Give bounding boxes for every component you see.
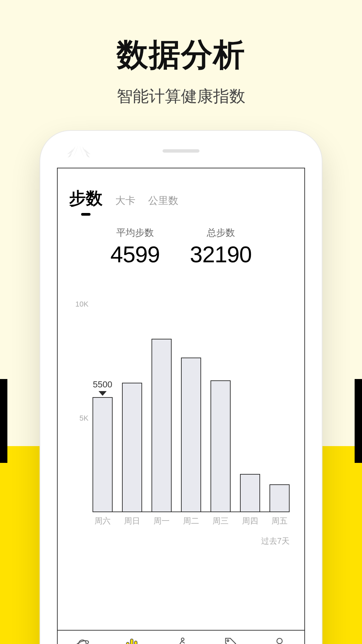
x-tick: 周六 xyxy=(93,516,113,532)
chart-range-label: 过去7天 xyxy=(69,536,293,546)
x-axis: 周六周日周一周二周三周四周五 xyxy=(93,516,290,532)
stat-total: 总步数 32190 xyxy=(190,226,252,267)
svg-rect-2 xyxy=(126,642,129,644)
person-icon xyxy=(272,636,287,644)
phone-speaker xyxy=(163,149,199,153)
huawei-logo-icon xyxy=(67,145,90,162)
nav-goal[interactable]: 目标 xyxy=(223,636,238,644)
nav-discover[interactable]: 发现 xyxy=(75,636,90,644)
phone-screen: 步数大卡公里数 平均步数 4599 总步数 32190 10K 5K 5500 … xyxy=(57,168,305,644)
bar-周六[interactable]: 5500 xyxy=(93,397,113,512)
x-tick: 周三 xyxy=(210,516,231,532)
bottom-nav: 发现分析运动目标我的 xyxy=(58,630,304,644)
page-title: 数据分析 xyxy=(0,34,362,76)
bar xyxy=(181,358,201,512)
tab-distance[interactable]: 公里数 xyxy=(148,194,178,208)
bar xyxy=(210,380,231,512)
y-tick-5k: 5K xyxy=(79,414,88,423)
bar xyxy=(152,339,172,512)
main-content: 步数大卡公里数 平均步数 4599 总步数 32190 10K 5K 5500 … xyxy=(58,168,304,630)
svg-point-5 xyxy=(181,638,184,641)
bar-周三[interactable] xyxy=(210,380,231,512)
nav-analysis[interactable]: 分析 xyxy=(124,636,139,644)
svg-point-7 xyxy=(277,638,282,644)
steps-bar-chart: 10K 5K 5500 周六周日周一周二周三周四周五 xyxy=(69,304,293,532)
stat-average-value: 4599 xyxy=(110,241,160,267)
nav-sport[interactable]: 运动 xyxy=(174,636,188,644)
nav-mine[interactable]: 我的 xyxy=(272,636,287,644)
bar-tooltip: 5500 xyxy=(93,379,112,396)
phone-frame: 步数大卡公里数 平均步数 4599 总步数 32190 10K 5K 5500 … xyxy=(40,131,322,644)
bar xyxy=(93,397,113,512)
stats-row: 平均步数 4599 总步数 32190 xyxy=(69,226,293,267)
y-tick-10k: 10K xyxy=(75,300,88,309)
x-tick: 周一 xyxy=(152,516,172,532)
stat-average: 平均步数 4599 xyxy=(110,226,160,267)
planet-icon xyxy=(75,636,90,644)
svg-rect-3 xyxy=(130,639,133,644)
svg-point-6 xyxy=(227,640,229,641)
bar-周四[interactable] xyxy=(240,474,260,512)
x-tick: 周四 xyxy=(240,516,260,532)
bar xyxy=(269,484,290,512)
stat-total-value: 32190 xyxy=(190,241,252,267)
bar-周五[interactable] xyxy=(269,484,290,512)
bars-icon xyxy=(124,636,139,644)
tab-steps[interactable]: 步数 xyxy=(69,187,103,210)
x-tick: 周日 xyxy=(122,516,142,532)
stat-total-label: 总步数 xyxy=(190,226,252,239)
bar xyxy=(122,383,142,512)
bar xyxy=(240,474,260,512)
stat-average-label: 平均步数 xyxy=(110,226,160,239)
bar-周一[interactable] xyxy=(152,339,172,512)
tag-icon xyxy=(223,636,238,644)
svg-rect-4 xyxy=(134,641,137,644)
runner-icon xyxy=(174,636,188,644)
x-tick: 周二 xyxy=(181,516,201,532)
metric-tabs: 步数大卡公里数 xyxy=(69,187,293,210)
tab-calories[interactable]: 大卡 xyxy=(115,194,135,208)
bar-周二[interactable] xyxy=(181,358,201,512)
hero-section: 数据分析 智能计算健康指数 xyxy=(0,0,362,107)
page-subtitle: 智能计算健康指数 xyxy=(0,86,362,107)
x-tick: 周五 xyxy=(269,516,290,532)
bar-周日[interactable] xyxy=(122,383,142,512)
